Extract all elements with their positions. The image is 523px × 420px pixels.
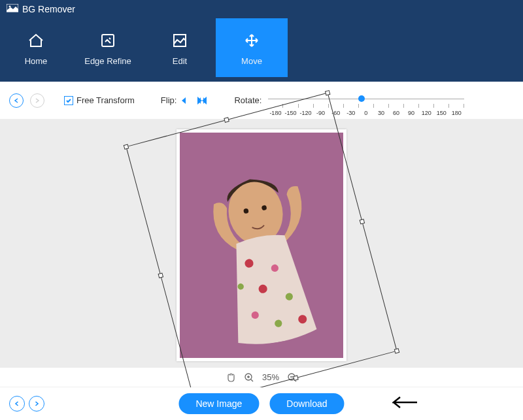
next-button[interactable] [29, 396, 44, 412]
download-button[interactable]: Download [269, 393, 344, 414]
app-title-bar: BG Remover [0, 0, 523, 18]
bottom-bar: New Image Download [0, 387, 523, 420]
zoom-in-icon[interactable] [244, 372, 254, 383]
chevron-left-icon [14, 400, 20, 407]
rotate-slider-knob[interactable] [358, 95, 365, 102]
undo-button[interactable] [9, 93, 24, 108]
nav-tab-home[interactable]: Home [0, 18, 72, 77]
nav-label-move: Move [241, 56, 262, 66]
zoom-percent: 35% [262, 372, 279, 382]
nav-tab-move[interactable]: Move [216, 18, 288, 77]
rotate-label: Rotate: [234, 95, 262, 105]
rotate-ticks: -180-150-120-90-60-300306090120150180 [268, 104, 464, 108]
home-icon [27, 33, 44, 48]
transform-handle-l[interactable] [158, 273, 164, 279]
annotation-arrow-icon [392, 394, 418, 411]
flip-label: Flip: [161, 95, 177, 105]
rotate-slider[interactable]: -180-150-120-90-60-300306090120150180 [268, 99, 464, 103]
svg-rect-3 [174, 35, 186, 46]
secondary-toolbar: Free Transform Flip: Rotate: -180-150-12… [0, 82, 523, 120]
transform-handle-r[interactable] [360, 219, 365, 225]
undo-icon [12, 97, 20, 105]
new-image-button[interactable]: New Image [178, 393, 259, 414]
image-frame [177, 129, 346, 361]
canvas-area[interactable] [0, 120, 523, 368]
transform-handle-br[interactable] [394, 348, 400, 354]
chevron-right-icon [33, 400, 40, 407]
edit-icon [172, 33, 188, 48]
redo-icon [33, 97, 41, 105]
flip-vertical-icon[interactable] [196, 96, 208, 105]
zoom-bar: 35% [0, 368, 523, 387]
nav-tabs: Home Edge Refine Edit Move [0, 18, 523, 77]
nav-label-home: Home [25, 56, 48, 66]
nav-tab-edit[interactable]: Edit [144, 18, 216, 77]
nav-label-edit: Edit [173, 56, 187, 66]
free-transform-label: Free Transform [76, 95, 135, 105]
app-logo-icon [7, 4, 18, 14]
prev-button[interactable] [9, 396, 25, 412]
pan-hand-icon[interactable] [226, 372, 236, 383]
subject-image[interactable] [180, 135, 343, 355]
redo-button[interactable] [30, 93, 44, 108]
move-icon [244, 33, 260, 48]
free-transform-toggle[interactable]: Free Transform [64, 95, 135, 105]
nav-label-edge: Edge Refine [84, 56, 131, 66]
checkbox-icon [64, 96, 73, 105]
edge-refine-icon [100, 33, 116, 48]
nav-tab-edge-refine[interactable]: Edge Refine [72, 18, 144, 77]
transform-handle-tl[interactable] [124, 144, 129, 150]
zoom-out-icon[interactable] [287, 372, 297, 383]
flip-horizontal-icon[interactable] [180, 96, 192, 105]
app-title: BG Remover [22, 4, 75, 14]
image-background [180, 133, 343, 358]
